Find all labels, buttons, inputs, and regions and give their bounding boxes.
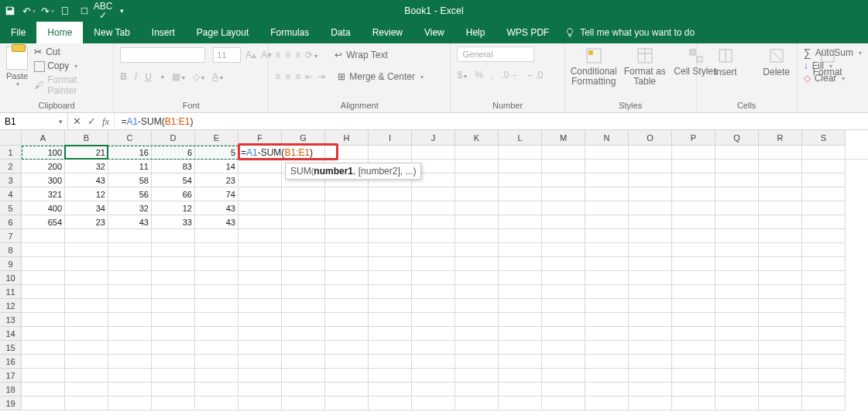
cell[interactable]: [499, 397, 542, 410]
new-file-icon[interactable]: [60, 5, 71, 16]
cell[interactable]: [325, 285, 369, 299]
cell[interactable]: [759, 173, 802, 187]
col-header-L[interactable]: L: [499, 130, 542, 146]
cell[interactable]: [238, 201, 282, 215]
cell[interactable]: [672, 257, 715, 271]
cell[interactable]: [282, 187, 325, 201]
cell[interactable]: 32: [108, 201, 152, 215]
cell[interactable]: [542, 355, 585, 369]
cell[interactable]: [369, 215, 412, 229]
cell[interactable]: [412, 285, 455, 299]
cell[interactable]: [542, 243, 585, 257]
select-all-corner[interactable]: [0, 130, 22, 146]
cell[interactable]: [585, 313, 629, 327]
cell[interactable]: [108, 355, 152, 369]
row-header-15[interactable]: 15: [0, 341, 22, 355]
cell[interactable]: [369, 187, 412, 201]
paste-button[interactable]: Paste ▾: [6, 46, 28, 88]
cell[interactable]: [715, 146, 759, 160]
cell[interactable]: [282, 285, 325, 299]
cell[interactable]: [238, 229, 282, 243]
row-header-19[interactable]: 19: [0, 397, 22, 410]
cell[interactable]: 400: [22, 201, 65, 215]
cell[interactable]: [325, 341, 369, 355]
col-header-M[interactable]: M: [542, 130, 585, 146]
cell[interactable]: [715, 257, 759, 271]
cell[interactable]: 654: [22, 215, 65, 229]
cell[interactable]: [108, 313, 152, 327]
cancel-formula-icon[interactable]: ✕: [73, 115, 81, 127]
cell[interactable]: [802, 201, 846, 215]
cell[interactable]: [629, 383, 672, 397]
cell[interactable]: [325, 187, 369, 201]
cell[interactable]: [672, 341, 715, 355]
tab-page-layout[interactable]: Page Layout: [186, 22, 259, 43]
tab-view[interactable]: View: [413, 22, 455, 43]
cell[interactable]: 12: [65, 187, 108, 201]
cell[interactable]: [65, 397, 108, 410]
cell[interactable]: [22, 257, 65, 271]
cell[interactable]: [195, 243, 238, 257]
fill-color-button[interactable]: ◇▾: [193, 71, 204, 82]
cell[interactable]: [715, 285, 759, 299]
cell[interactable]: [22, 355, 65, 369]
cell[interactable]: [65, 271, 108, 285]
cell[interactable]: 200: [22, 160, 65, 173]
cell[interactable]: [715, 201, 759, 215]
cell[interactable]: [455, 271, 499, 285]
cell[interactable]: [802, 383, 846, 397]
cell[interactable]: [715, 187, 759, 201]
cell[interactable]: [65, 313, 108, 327]
cell[interactable]: [499, 215, 542, 229]
cell[interactable]: 33: [152, 215, 195, 229]
insert-cells-button[interactable]: Insert: [703, 46, 748, 77]
align-center-icon[interactable]: ≡: [285, 71, 290, 82]
cell[interactable]: [412, 243, 455, 257]
row-header-8[interactable]: 8: [0, 243, 22, 257]
cell[interactable]: [108, 243, 152, 257]
cell[interactable]: [22, 299, 65, 313]
cell[interactable]: [499, 146, 542, 160]
cell[interactable]: [412, 341, 455, 355]
tab-formulas[interactable]: Formulas: [259, 22, 320, 43]
cell[interactable]: [455, 397, 499, 410]
cell[interactable]: [282, 215, 325, 229]
cell[interactable]: [542, 160, 585, 173]
cell[interactable]: [152, 299, 195, 313]
cell[interactable]: [282, 313, 325, 327]
col-header-E[interactable]: E: [195, 130, 238, 146]
enter-formula-icon[interactable]: ✓: [87, 115, 96, 127]
increase-decimal-icon[interactable]: .0→: [501, 70, 518, 81]
cell[interactable]: [195, 383, 238, 397]
cell[interactable]: [455, 257, 499, 271]
col-header-K[interactable]: K: [455, 130, 499, 146]
row-header-12[interactable]: 12: [0, 299, 22, 313]
cell[interactable]: [499, 369, 542, 383]
cell[interactable]: [108, 397, 152, 410]
cell[interactable]: 12: [152, 201, 195, 215]
cell[interactable]: [759, 341, 802, 355]
cell[interactable]: [629, 201, 672, 215]
cell[interactable]: [715, 299, 759, 313]
row-header-16[interactable]: 16: [0, 355, 22, 369]
cell[interactable]: [325, 355, 369, 369]
cell[interactable]: [195, 341, 238, 355]
cell[interactable]: [65, 257, 108, 271]
autosum-button[interactable]: ∑AutoSum▾: [804, 46, 862, 59]
cell[interactable]: [585, 201, 629, 215]
cell[interactable]: [65, 355, 108, 369]
cell[interactable]: [759, 243, 802, 257]
undo-icon[interactable]: ↶▾: [23, 5, 34, 16]
redo-icon[interactable]: ↷▾: [42, 5, 53, 16]
cell[interactable]: [22, 285, 65, 299]
cell[interactable]: [412, 355, 455, 369]
cell[interactable]: [672, 285, 715, 299]
format-painter-button[interactable]: 🖌Format Painter: [34, 74, 107, 96]
cell[interactable]: [282, 229, 325, 243]
cell[interactable]: [152, 285, 195, 299]
cell[interactable]: [195, 229, 238, 243]
cell[interactable]: [412, 146, 455, 160]
cell[interactable]: [759, 215, 802, 229]
row-headers[interactable]: 12345678910111213141516171819: [0, 146, 22, 410]
cell[interactable]: [282, 327, 325, 341]
